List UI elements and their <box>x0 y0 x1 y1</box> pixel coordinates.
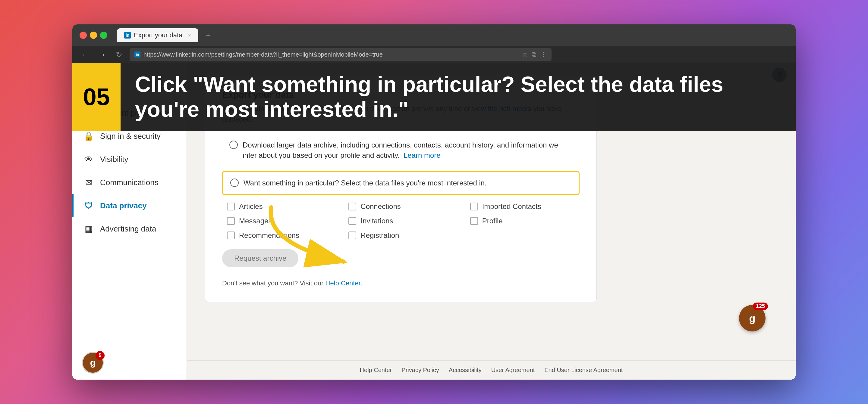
sidebar-item-advertising[interactable]: ▦ Advertising data <box>72 217 187 240</box>
help-text: Don't see what you want? Visit our Help … <box>222 279 580 287</box>
radio-label-full: Download larger data archive, including … <box>243 140 572 160</box>
user-badge-letter: g <box>90 358 96 368</box>
page-content: 05 Click "Want something in particular? … <box>72 63 796 380</box>
checkbox-connections[interactable]: Connections <box>348 202 458 211</box>
radio-circle-selective <box>230 178 239 187</box>
back-button[interactable]: ← <box>79 49 91 61</box>
visibility-icon: 👁 <box>83 155 94 164</box>
checkbox-messages[interactable]: Messages <box>227 217 336 225</box>
checkbox-label-invitations: Invitations <box>361 217 393 225</box>
checkbox-label-recommendations: Recommendations <box>239 231 299 240</box>
learn-more-link[interactable]: Learn more <box>404 151 441 159</box>
checkbox-imported-contacts[interactable]: Imported Contacts <box>470 202 580 211</box>
footer-eula[interactable]: End User License Agreement <box>544 367 623 374</box>
footer-help-center[interactable]: Help Center <box>360 367 392 374</box>
checkbox-box-recommendations <box>227 232 235 239</box>
checkbox-profile[interactable]: Profile <box>470 217 580 225</box>
footer-privacy-policy[interactable]: Privacy Policy <box>401 367 439 374</box>
floating-badge-letter: g <box>749 312 755 324</box>
sidebar-item-communications[interactable]: ✉ Communications <box>72 171 187 194</box>
checkbox-box-messages <box>227 217 235 225</box>
sidebar-item-visibility[interactable]: 👁 Visibility <box>72 148 187 171</box>
sidebar-item-communications-label: Communications <box>100 178 158 187</box>
checkbox-box-invitations <box>348 217 356 225</box>
checkbox-articles[interactable]: Articles <box>227 202 336 211</box>
browser-window: in Export your data × + ← → ↻ in https:/… <box>72 24 796 380</box>
step-number: 05 <box>72 63 121 131</box>
checkbox-box-connections <box>348 203 356 210</box>
checkbox-recommendations[interactable]: Recommendations <box>227 231 336 240</box>
radio-label-selective: Want something in particular? Select the… <box>244 178 487 188</box>
browser-addressbar: ← → ↻ in https://www.linkedin.com/psetti… <box>72 46 796 63</box>
radio-circle-full <box>229 141 238 149</box>
forward-button[interactable]: → <box>96 49 108 61</box>
close-button[interactable] <box>80 32 87 39</box>
checkbox-label-registration: Registration <box>361 231 399 240</box>
radio-option-selective[interactable]: Want something in particular? Select the… <box>222 171 580 195</box>
annotation-text-box: Click "Want something in particular? Sel… <box>121 63 796 131</box>
checkbox-invitations[interactable]: Invitations <box>348 217 458 225</box>
floating-notification-count: 125 <box>753 303 768 310</box>
checkbox-box-registration <box>348 232 356 239</box>
sidebar-item-security-label: Sign in & security <box>100 132 161 141</box>
checkbox-label-articles: Articles <box>239 202 263 211</box>
help-center-link[interactable]: Help Center <box>326 279 361 287</box>
floating-user-badge[interactable]: g 125 <box>739 305 766 332</box>
tab-favicon: in <box>124 32 131 38</box>
sidebar-item-advertising-label: Advertising data <box>100 224 156 234</box>
radio-option-full-archive[interactable]: Download larger data archive, including … <box>222 134 580 166</box>
advertising-icon: ▦ <box>83 224 94 234</box>
address-field[interactable]: in https://www.linkedin.com/psettings/me… <box>130 48 552 61</box>
menu-icon[interactable]: ⋮ <box>540 50 547 58</box>
site-favicon: in <box>134 52 141 58</box>
footer-user-agreement[interactable]: User Agreement <box>491 367 535 374</box>
page-footer: Help Center Privacy Policy Accessibility… <box>187 360 796 380</box>
communications-icon: ✉ <box>83 178 94 188</box>
help-text-part2: . <box>361 279 362 287</box>
tab-close-icon[interactable]: × <box>188 32 191 38</box>
sidebar-item-data-privacy[interactable]: 🛡 Data privacy <box>72 194 187 217</box>
new-tab-button[interactable]: + <box>206 30 210 40</box>
help-text-part1: Don't see what you want? Visit our <box>222 279 326 287</box>
address-icons: ☆ ⧉ ⋮ <box>522 50 547 58</box>
sidebar-item-data-privacy-label: Data privacy <box>100 201 147 210</box>
sidebar-item-visibility-label: Visibility <box>100 155 128 164</box>
annotation-overlay: 05 Click "Want something in particular? … <box>72 63 796 131</box>
security-icon: 🔒 <box>83 131 94 141</box>
checkbox-box-profile <box>470 217 478 225</box>
bookmark-icon[interactable]: ☆ <box>522 50 528 58</box>
checkbox-box-imported-contacts <box>470 203 478 210</box>
notification-badge: 5 <box>96 351 104 360</box>
footer-accessibility[interactable]: Accessibility <box>449 367 482 374</box>
tab-title: Export your data <box>134 31 182 39</box>
browser-tab[interactable]: in Export your data × <box>117 28 198 42</box>
checkbox-label-profile: Profile <box>482 217 503 225</box>
floating-badge-container: g 125 <box>757 329 784 356</box>
traffic-lights <box>80 32 107 39</box>
checkbox-registration[interactable]: Registration <box>348 231 458 240</box>
checkboxes-grid: Articles Connections Imported Contacts M… <box>222 202 580 240</box>
url-text: https://www.linkedin.com/psettings/membe… <box>144 51 383 58</box>
sidebar-bottom: g 5 <box>72 346 187 380</box>
checkbox-box-articles <box>227 203 235 210</box>
checkbox-label-imported-contacts: Imported Contacts <box>482 202 541 211</box>
checkbox-label-messages: Messages <box>239 217 272 225</box>
minimize-button[interactable] <box>90 32 97 39</box>
sidebar-user-badge[interactable]: g 5 <box>82 352 104 374</box>
request-archive-button[interactable]: Request archive <box>222 249 299 267</box>
data-privacy-icon: 🛡 <box>83 201 94 211</box>
checkbox-label-connections: Connections <box>361 202 401 211</box>
browser-titlebar: in Export your data × + <box>72 24 796 46</box>
refresh-button[interactable]: ↻ <box>113 49 125 61</box>
annotation-text: Click "Want something in particular? Sel… <box>135 72 781 122</box>
extensions-icon[interactable]: ⧉ <box>532 50 536 58</box>
maximize-button[interactable] <box>100 32 107 39</box>
